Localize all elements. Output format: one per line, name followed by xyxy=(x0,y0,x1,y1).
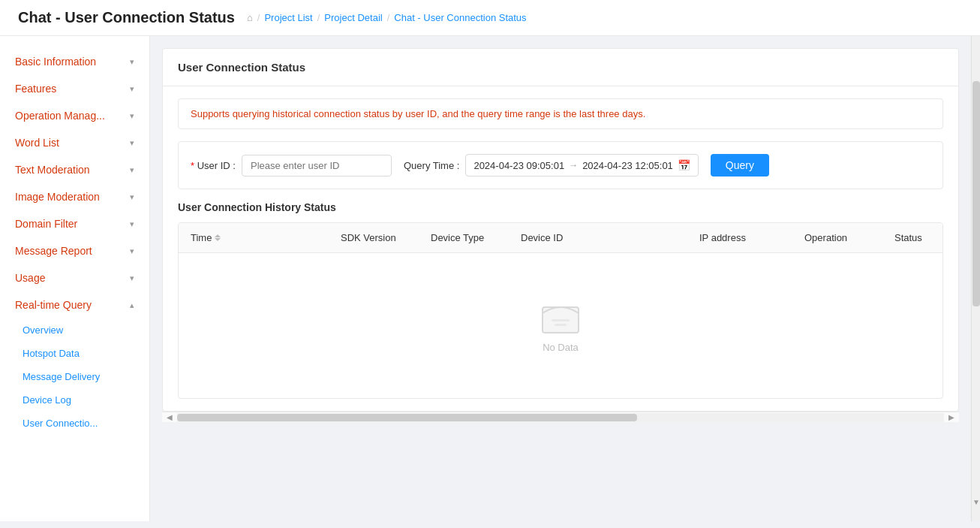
user-id-input[interactable] xyxy=(242,155,392,177)
bottom-scroll-area[interactable] xyxy=(177,413,944,422)
sidebar-sub-label: Message Delivery xyxy=(23,371,100,382)
content-card: User Connection Status Supports querying… xyxy=(162,48,959,412)
user-id-field: * User ID : xyxy=(191,155,392,177)
th-sdk-version: SDK Version xyxy=(329,223,419,252)
chevron-down-icon: ▾ xyxy=(130,57,134,67)
date-range-picker[interactable]: 2024-04-23 09:05:01 → 2024-04-23 12:05:0… xyxy=(465,154,698,177)
svg-rect-2 xyxy=(555,324,567,326)
sidebar-item-label: Real-time Query xyxy=(15,299,92,311)
info-box: Supports querying historical connection … xyxy=(178,98,943,129)
bottom-scroll-thumb xyxy=(177,414,637,421)
breadcrumb-sep-2: / xyxy=(387,12,390,23)
sidebar-item-label: Image Moderation xyxy=(15,191,100,203)
sidebar-item-usage[interactable]: Usage ▾ xyxy=(0,264,149,291)
history-table: Time SDK Version Device Type xyxy=(178,222,943,399)
th-sdk-label: SDK Version xyxy=(341,232,396,243)
svg-rect-1 xyxy=(552,319,570,321)
sidebar-item-basic-information[interactable]: Basic Information ▾ xyxy=(0,48,149,75)
info-text: Supports querying historical connection … xyxy=(191,108,930,119)
date-range-arrow: → xyxy=(569,160,578,170)
scroll-down-arrow-icon[interactable]: ▼ xyxy=(972,498,980,506)
query-time-label: Query Time : xyxy=(404,160,459,171)
user-id-label-text: User ID : xyxy=(197,160,236,171)
sidebar-item-label: Operation Manag... xyxy=(15,110,105,122)
breadcrumb-project-detail[interactable]: Project Detail xyxy=(324,12,382,23)
chevron-down-icon: ▾ xyxy=(130,165,134,175)
sidebar: Basic Information ▾ Features ▾ Operation… xyxy=(0,36,150,521)
th-ip-address: IP address xyxy=(687,223,792,252)
sidebar-sub-item-device-log[interactable]: Device Log xyxy=(0,388,149,412)
chevron-up-icon: ▴ xyxy=(130,300,134,310)
end-date: 2024-04-23 12:05:01 xyxy=(582,160,673,171)
sort-up-icon xyxy=(215,234,221,237)
start-date: 2024-04-23 09:05:01 xyxy=(473,160,564,171)
sidebar-sub-item-hotspot-data[interactable]: Hotspot Data xyxy=(0,342,149,365)
calendar-icon[interactable]: 📅 xyxy=(678,159,690,171)
th-status: Status xyxy=(882,223,942,252)
th-time: Time xyxy=(179,223,329,252)
sidebar-sub-label: Device Log xyxy=(23,394,71,406)
required-mark: * xyxy=(191,160,194,171)
query-button[interactable]: Query xyxy=(711,154,769,177)
breadcrumb-project-list[interactable]: Project List xyxy=(264,12,312,23)
th-status-label: Status xyxy=(894,232,922,243)
th-operation-label: Operation xyxy=(804,232,847,243)
sidebar-item-word-list[interactable]: Word List ▾ xyxy=(0,129,149,156)
th-device-id-label: Device ID xyxy=(521,232,563,243)
th-device-id: Device ID xyxy=(509,223,687,252)
th-device-type: Device Type xyxy=(419,223,509,252)
no-data-state: No Data xyxy=(179,253,942,398)
th-time-label: Time xyxy=(191,232,212,243)
sidebar-item-label: Message Report xyxy=(15,245,92,257)
section-title: User Connection Status xyxy=(163,49,958,86)
sidebar-sub-item-message-delivery[interactable]: Message Delivery xyxy=(0,365,149,388)
scroll-right-arrow[interactable]: ▶ xyxy=(944,410,959,425)
sort-down-icon xyxy=(215,238,221,241)
sidebar-item-label: Features xyxy=(15,83,56,95)
user-id-label: * User ID : xyxy=(191,160,236,171)
chevron-down-icon: ▾ xyxy=(130,273,134,283)
header: Chat - User Connection Status ⌂ / Projec… xyxy=(0,0,980,36)
th-device-type-label: Device Type xyxy=(431,232,484,243)
sidebar-sub-label: User Connectio... xyxy=(23,418,98,429)
right-scroll-thumb xyxy=(972,81,980,306)
sidebar-item-label: Usage xyxy=(15,272,45,284)
scroll-left-arrow[interactable]: ◀ xyxy=(162,410,177,425)
history-title: User Connection History Status xyxy=(178,201,943,213)
sidebar-item-label: Text Moderation xyxy=(15,164,90,176)
sidebar-item-domain-filter[interactable]: Domain Filter ▾ xyxy=(0,210,149,237)
sidebar-item-text-moderation[interactable]: Text Moderation ▾ xyxy=(0,156,149,183)
chevron-down-icon: ▾ xyxy=(130,138,134,148)
sidebar-sub-item-user-connection[interactable]: User Connectio... xyxy=(0,412,149,435)
query-form: * User ID : Query Time : 2024-04-23 09:0… xyxy=(178,141,943,189)
sidebar-item-label: Word List xyxy=(15,137,59,149)
no-data-text: No Data xyxy=(543,342,579,353)
sidebar-sub-item-overview[interactable]: Overview xyxy=(0,318,149,342)
breadcrumb-sep-1: / xyxy=(317,12,320,23)
sidebar-item-features[interactable]: Features ▾ xyxy=(0,75,149,102)
no-data-icon xyxy=(537,298,585,336)
right-scrollbar[interactable]: ▼ xyxy=(971,36,980,521)
history-section: User Connection History Status Time xyxy=(178,201,943,399)
sidebar-item-image-moderation[interactable]: Image Moderation ▾ xyxy=(0,183,149,210)
main-content: User Connection Status Supports querying… xyxy=(150,36,971,521)
table-header: Time SDK Version Device Type xyxy=(179,223,942,253)
layout: Basic Information ▾ Features ▾ Operation… xyxy=(0,36,980,521)
sidebar-item-label: Domain Filter xyxy=(15,218,77,230)
sidebar-sub-label: Overview xyxy=(23,324,63,336)
sidebar-item-operation-manage[interactable]: Operation Manag... ▾ xyxy=(0,102,149,129)
sort-icon-time[interactable] xyxy=(215,234,221,241)
breadcrumb-sep-0: / xyxy=(257,12,260,23)
chevron-down-icon: ▾ xyxy=(130,219,134,229)
chevron-down-icon: ▾ xyxy=(130,111,134,121)
chevron-down-icon: ▾ xyxy=(130,84,134,94)
chevron-down-icon: ▾ xyxy=(130,192,134,202)
sidebar-item-realtime-query[interactable]: Real-time Query ▴ xyxy=(0,291,149,318)
home-icon[interactable]: ⌂ xyxy=(247,12,253,23)
sidebar-item-label: Basic Information xyxy=(15,56,96,68)
chevron-down-icon: ▾ xyxy=(130,246,134,256)
th-ip-label: IP address xyxy=(699,232,746,243)
bottom-scrollbar: ◀ ▶ xyxy=(162,412,959,422)
sidebar-sub-label: Hotspot Data xyxy=(23,348,80,359)
sidebar-item-message-report[interactable]: Message Report ▾ xyxy=(0,237,149,264)
